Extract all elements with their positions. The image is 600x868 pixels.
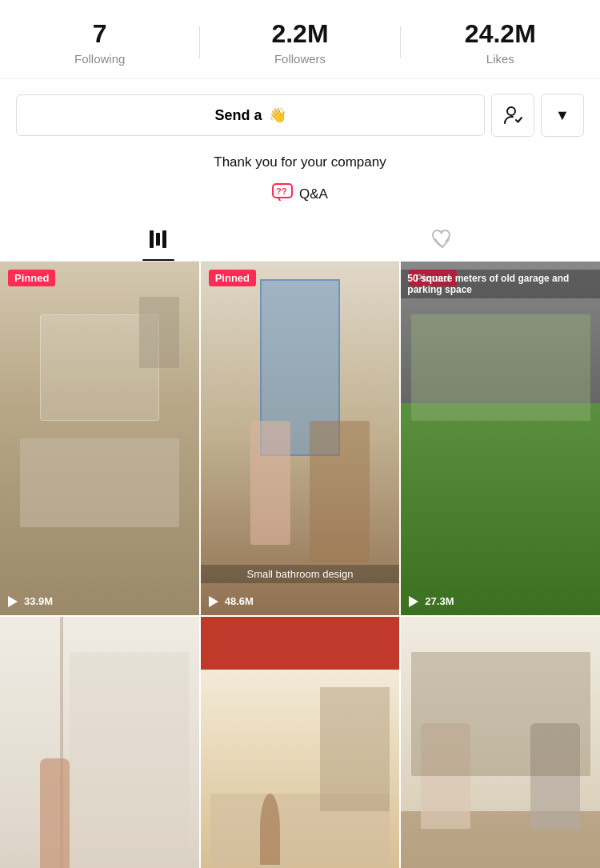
tab-videos[interactable] [16, 218, 300, 261]
video-views-1: 33.9M [8, 595, 53, 607]
qa-row[interactable]: ? ? Q&A [0, 177, 600, 218]
pinned-badge-2: Pinned [209, 270, 256, 286]
follow-button[interactable] [491, 94, 534, 137]
grid-icon [150, 230, 166, 248]
stat-following[interactable]: 7 Following [0, 19, 199, 66]
action-row: Send a 👋 ▼ [0, 79, 600, 151]
bio-section: Thank you for your company [0, 151, 600, 177]
svg-text:?: ? [282, 186, 287, 196]
more-options-button[interactable]: ▼ [541, 94, 584, 137]
qa-icon: ? ? [272, 183, 293, 205]
grid-bar-3 [162, 230, 166, 248]
pinned-badge-1: Pinned [8, 270, 55, 286]
stat-followers[interactable]: 2.2M Followers [200, 19, 399, 66]
likes-count: 24.2M [409, 19, 592, 49]
speech-bubble-icon: ? ? [272, 183, 293, 201]
video-cell-6[interactable]: 7430 beijingchuhai.com [401, 617, 600, 868]
send-label: Send a [214, 107, 262, 124]
video-cell-5[interactable]: Share living room design 74.3K [201, 617, 400, 868]
video-cell-4[interactable]: 49.7K [0, 617, 199, 868]
send-message-button[interactable]: Send a 👋 [16, 94, 485, 136]
stat-likes[interactable]: 24.2M Likes [401, 19, 600, 66]
tab-liked[interactable] [300, 218, 584, 261]
video-overlay-text-3: 50 square meters of old garage and parki… [401, 270, 600, 298]
followers-count: 2.2M [208, 19, 391, 49]
video-cell-2[interactable]: Pinned Small bathroom design 48.6M [201, 262, 400, 615]
play-icon-2 [209, 596, 218, 607]
wave-emoji: 👋 [269, 106, 286, 124]
grid-bar-1 [150, 230, 154, 248]
video-caption-2: Small bathroom design [201, 565, 400, 583]
grid-bar-2 [156, 233, 160, 246]
chevron-down-icon: ▼ [555, 107, 570, 124]
svg-text:?: ? [276, 186, 282, 196]
bio-text: Thank you for your company [16, 154, 584, 170]
likes-label: Likes [409, 52, 592, 66]
play-icon-3 [409, 596, 418, 607]
tabs-row [0, 218, 600, 262]
heart-icon [431, 229, 454, 250]
following-count: 7 [8, 19, 191, 49]
play-icon-1 [8, 596, 18, 607]
followers-label: Followers [208, 52, 391, 66]
following-label: Following [8, 52, 191, 66]
stats-row: 7 Following 2.2M Followers 24.2M Likes [0, 0, 600, 79]
video-grid: Pinned 33.9M Pinned Small bathroom desig… [0, 262, 600, 868]
svg-point-0 [507, 107, 515, 115]
video-views-2: 48.6M [209, 595, 254, 607]
video-cell-3[interactable]: Pinned 50 square meters of old garage an… [401, 262, 600, 615]
video-cell-1[interactable]: Pinned 33.9M [0, 262, 199, 615]
qa-label: Q&A [299, 186, 328, 202]
person-check-icon [502, 104, 524, 126]
video-views-3: 27.3M [409, 595, 454, 607]
